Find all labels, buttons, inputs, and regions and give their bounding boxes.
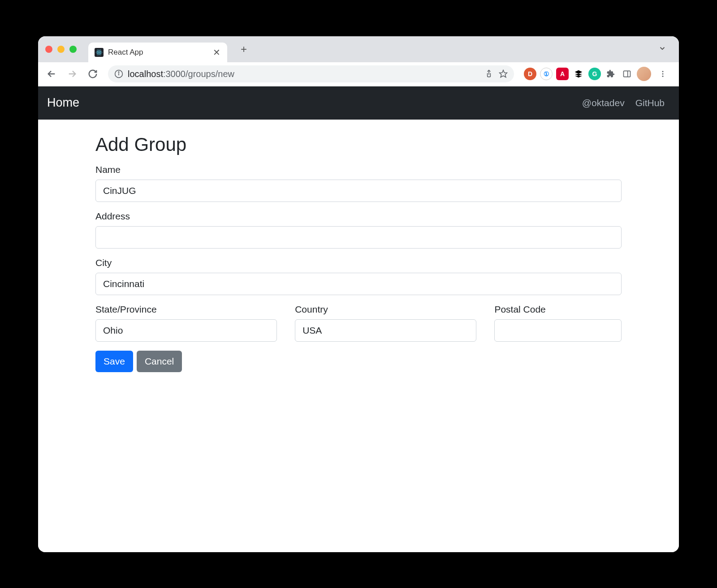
svg-point-14 — [662, 73, 664, 75]
close-tab-icon[interactable]: ✕ — [212, 47, 221, 58]
svg-rect-11 — [624, 71, 631, 77]
react-favicon-icon — [95, 48, 104, 57]
form-actions: Save Cancel — [95, 351, 622, 372]
extensions-puzzle-icon[interactable] — [605, 68, 617, 80]
app-navbar: Home @oktadev GitHub — [38, 86, 679, 120]
nav-link-github[interactable]: GitHub — [630, 98, 670, 108]
browser-window: React App ✕ + — [38, 36, 679, 552]
url-text: localhost:3000/groups/new — [128, 69, 480, 79]
postal-input[interactable] — [494, 319, 622, 342]
browser-chrome: React App ✕ + — [38, 36, 679, 86]
country-label: Country — [295, 304, 476, 315]
profile-avatar[interactable] — [637, 67, 651, 81]
new-tab-button[interactable]: + — [235, 43, 252, 56]
nav-link-oktadev[interactable]: @oktadev — [577, 98, 630, 108]
share-icon[interactable] — [484, 69, 493, 78]
state-input[interactable] — [95, 319, 277, 342]
country-input[interactable] — [295, 319, 476, 342]
postal-label: Postal Code — [494, 304, 622, 315]
form-group-country: Country — [295, 304, 476, 342]
svg-marker-10 — [500, 70, 507, 77]
form-group-state: State/Province — [95, 304, 277, 342]
buffer-extension-icon[interactable] — [572, 68, 585, 80]
form-group-address: Address — [95, 211, 622, 249]
address-bar: localhost:3000/groups/new D ① A — [38, 62, 679, 86]
save-button[interactable]: Save — [95, 351, 133, 372]
form-group-city: City — [95, 258, 622, 295]
name-label: Name — [95, 164, 622, 175]
window-controls — [45, 46, 77, 53]
site-info-icon[interactable] — [114, 69, 123, 78]
form-group-name: Name — [95, 164, 622, 202]
extension-icons: D ① A G — [521, 66, 674, 82]
side-panel-icon[interactable] — [621, 68, 633, 80]
duckduckgo-extension-icon[interactable]: D — [524, 68, 536, 80]
forward-button[interactable] — [64, 66, 80, 82]
url-bar[interactable]: localhost:3000/groups/new — [108, 65, 514, 82]
address-input[interactable] — [95, 226, 622, 249]
tab-title: React App — [108, 48, 207, 57]
state-label: State/Province — [95, 304, 277, 315]
name-input[interactable] — [95, 180, 622, 202]
address-label: Address — [95, 211, 622, 222]
window-dropdown-icon[interactable] — [653, 44, 672, 54]
svg-point-0 — [99, 52, 100, 53]
city-input[interactable] — [95, 273, 622, 295]
browser-tab[interactable]: React App ✕ — [88, 43, 227, 62]
nav-brand-home[interactable]: Home — [47, 96, 79, 110]
page-title: Add Group — [95, 134, 622, 155]
svg-point-8 — [118, 72, 119, 73]
reload-button[interactable] — [85, 66, 101, 82]
form-group-postal: Postal Code — [494, 304, 622, 342]
tab-bar: React App ✕ + — [38, 36, 679, 62]
angular-extension-icon[interactable]: A — [556, 68, 569, 80]
cancel-button[interactable]: Cancel — [137, 351, 182, 372]
onepassword-extension-icon[interactable]: ① — [540, 68, 553, 80]
back-button[interactable] — [43, 66, 60, 82]
app-viewport: Home @oktadev GitHub Add Group Name Addr… — [38, 86, 679, 552]
close-window-button[interactable] — [45, 46, 52, 53]
bookmark-star-icon[interactable] — [499, 69, 508, 78]
maximize-window-button[interactable] — [69, 46, 77, 53]
form-row-location: State/Province Country Postal Code — [95, 304, 622, 342]
browser-menu-icon[interactable] — [655, 66, 671, 82]
minimize-window-button[interactable] — [57, 46, 65, 53]
svg-point-13 — [662, 71, 664, 72]
svg-point-15 — [662, 76, 664, 77]
form-container: Add Group Name Address City State/Provin… — [38, 120, 679, 386]
grammarly-extension-icon[interactable]: G — [588, 68, 601, 80]
city-label: City — [95, 258, 622, 268]
